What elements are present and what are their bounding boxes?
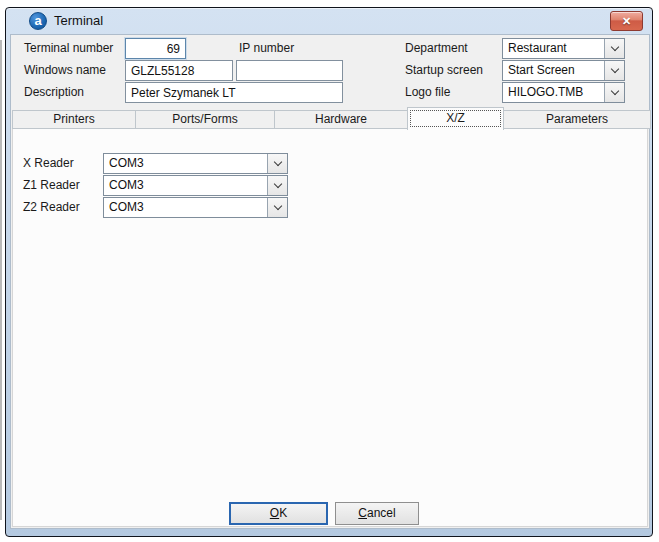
terminal-number-label: Terminal number [24,38,113,59]
z2-reader-label: Z2 Reader [23,197,80,218]
app-logo-icon: a [29,12,47,30]
cancel-button-label: Cancel [336,503,418,523]
chevron-down-icon[interactable] [267,154,287,173]
startup-screen-value: Start Screen [503,61,604,80]
description-label: Description [24,82,84,103]
z1-reader-label: Z1 Reader [23,175,80,196]
tab-ports-forms[interactable]: Ports/Forms [135,110,275,129]
terminal-dialog-window: a Terminal ✕ Terminal number IP number W… [5,7,653,537]
ok-button[interactable]: OK [229,502,328,525]
ip-number-field[interactable] [236,60,343,81]
chevron-down-icon[interactable] [604,61,624,80]
windows-name-label: Windows name [24,60,106,81]
titlebar[interactable]: a Terminal ✕ [6,8,652,34]
z1-reader-value: COM3 [104,176,267,195]
x-reader-label: X Reader [23,153,74,174]
chevron-down-icon[interactable] [267,176,287,195]
tab-printers[interactable]: Printers [12,110,136,129]
startup-screen-label: Startup screen [405,60,483,81]
window-title: Terminal [54,13,103,28]
tab-strip: Printers Ports/Forms Hardware X/Z Parame… [12,109,651,129]
description-field[interactable] [125,82,343,103]
x-reader-value: COM3 [104,154,267,173]
tab-xz[interactable]: X/Z [407,107,504,130]
chevron-down-icon[interactable] [267,198,287,217]
x-reader-select[interactable]: COM3 [103,153,288,174]
screen: a Terminal ✕ Terminal number IP number W… [0,0,659,542]
logo-file-value: HILOGO.TMB [503,83,604,102]
department-value: Restaurant [503,39,604,58]
startup-screen-select[interactable]: Start Screen [502,60,625,81]
windows-name-field[interactable] [125,60,233,81]
cancel-button[interactable]: Cancel [335,502,419,525]
dialog-client-area: Terminal number IP number Windows name D… [10,34,650,529]
ok-button-label: OK [231,504,326,522]
tab-hardware[interactable]: Hardware [274,110,408,129]
close-icon: ✕ [622,15,631,27]
department-select[interactable]: Restaurant [502,38,625,59]
z2-reader-select[interactable]: COM3 [103,197,288,218]
logo-file-label: Logo file [405,82,450,103]
logo-file-select[interactable]: HILOGO.TMB [502,82,625,103]
background-window-edge [0,40,2,520]
close-button[interactable]: ✕ [610,11,643,31]
ip-number-label: IP number [239,38,294,59]
tab-parameters[interactable]: Parameters [503,110,651,129]
department-label: Department [405,38,468,59]
z1-reader-select[interactable]: COM3 [103,175,288,196]
z2-reader-value: COM3 [104,198,267,217]
tabpage-xz: X Reader COM3 Z1 Reader COM3 Z2 Reader C… [12,128,648,527]
chevron-down-icon[interactable] [604,83,624,102]
chevron-down-icon[interactable] [604,39,624,58]
terminal-number-field[interactable] [125,38,186,59]
